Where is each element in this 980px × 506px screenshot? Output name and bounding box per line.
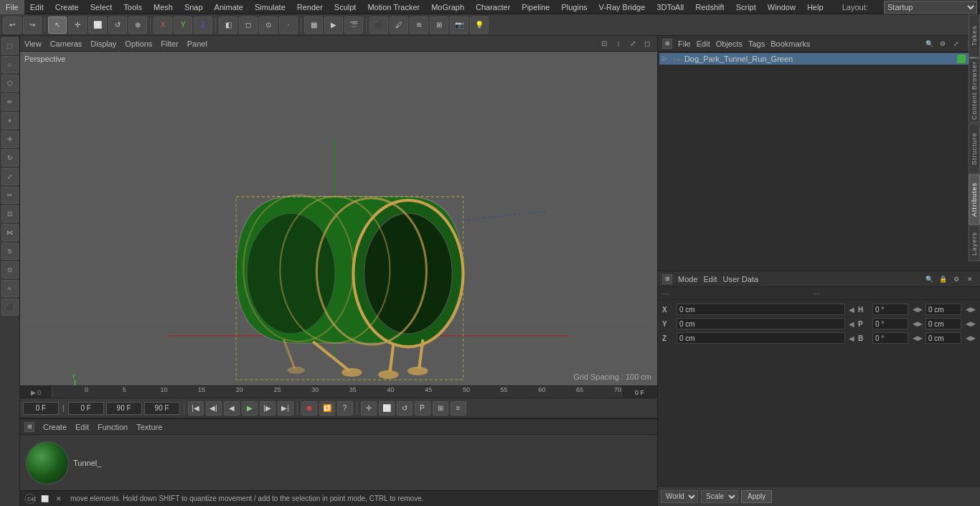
attr-b-input[interactable] [872, 332, 908, 344]
tab-content-browser[interactable]: Content Browser [969, 58, 980, 123]
undo-button[interactable]: ↩ [3, 17, 22, 34]
rotate-tool-button[interactable]: ↺ [108, 17, 127, 34]
play-reverse-button[interactable]: ◀ [224, 401, 240, 416]
universal-tool-button[interactable]: ⊕ [128, 17, 147, 34]
camera-button[interactable]: 📷 [450, 17, 468, 34]
rotate-button[interactable]: ↻ [1, 149, 19, 167]
bridge-button[interactable]: ⋈ [1, 224, 19, 241]
objects-list[interactable]: ▷ Lo Dog_Park_Tunnel_Run_Green [658, 52, 980, 271]
obj-resize-icon[interactable]: ⤢ [951, 38, 962, 50]
menu-window[interactable]: Window [762, 0, 801, 14]
point-mode-button[interactable]: · [279, 17, 298, 34]
light-button[interactable]: 💡 [470, 17, 489, 34]
y-axis-button[interactable]: Y [174, 17, 192, 34]
tab-structure[interactable]: Structure [969, 123, 980, 174]
scale-tool-button[interactable]: ⬜ [88, 17, 107, 34]
status-expand-icon[interactable]: ⬜ [39, 493, 50, 505]
select-freehand-button[interactable]: ✏ [1, 93, 19, 111]
object-row-tunnel[interactable]: ▷ Lo Dog_Park_Tunnel_Run_Green [659, 53, 979, 65]
select-poly-button[interactable]: ⬡ [1, 75, 19, 92]
menu-redshift[interactable]: Redshift [689, 0, 730, 14]
record-button[interactable]: ⏺ [301, 401, 317, 416]
attr-x-rot-input[interactable] [925, 304, 961, 315]
menu-mesh[interactable]: Mesh [148, 0, 179, 14]
tab-takes[interactable]: Takes [969, 14, 980, 57]
viewport-icon-3[interactable]: ⤢ [627, 38, 639, 50]
menu-animate[interactable]: Animate [209, 0, 249, 14]
end-frame-field[interactable] [106, 402, 142, 415]
extrude-button[interactable]: ⊡ [1, 205, 19, 222]
layout-select[interactable]: Startup [884, 1, 977, 14]
menu-plugins[interactable]: Plugins [555, 0, 593, 14]
attr-y-pos-input[interactable] [677, 318, 845, 329]
redo-button[interactable]: ↪ [23, 17, 42, 34]
attr-h-input[interactable] [872, 304, 908, 315]
menu-tools[interactable]: Tools [118, 0, 148, 14]
obj-menu-edit[interactable]: Edit [697, 39, 710, 48]
tab-layers[interactable]: Layers [969, 225, 980, 261]
step-back-button[interactable]: ◀| [206, 401, 222, 416]
select-circle-button[interactable]: ○ [1, 56, 19, 73]
magnet-button[interactable]: ⊙ [1, 261, 19, 278]
menu-vray[interactable]: V-Ray Bridge [593, 0, 651, 14]
step-forward-button[interactable]: |▶ [260, 401, 275, 416]
obj-menu-objects[interactable]: Objects [716, 39, 743, 48]
play-button[interactable]: ▶ [242, 401, 258, 416]
viewport-menu-panel[interactable]: Panel [187, 39, 207, 48]
attr-menu-mode[interactable]: Mode [678, 275, 698, 284]
attr-p-input[interactable] [872, 318, 908, 329]
attr-y-rot-input[interactable] [925, 318, 961, 329]
viewport-menu-options[interactable]: Options [125, 39, 152, 48]
polygon-mode-button[interactable]: ◻ [239, 17, 258, 34]
scale-tool-2-button[interactable]: ⬜ [379, 401, 395, 416]
menu-create[interactable]: Create [50, 0, 85, 14]
go-to-end-button[interactable]: ▶| [278, 401, 293, 416]
timeline[interactable]: ▶ 0 0 5 10 15 20 25 30 35 40 45 50 55 60 [20, 385, 657, 398]
menu-3dtall[interactable]: 3DToAll [651, 0, 689, 14]
move-button[interactable]: ✛ [1, 131, 19, 148]
render-region-button[interactable]: ▦ [304, 17, 323, 34]
menu-motion-tracker[interactable]: Motion Tracker [362, 0, 425, 14]
mirror-button[interactable]: ⬛ [1, 299, 19, 316]
menu-script[interactable]: Script [730, 0, 762, 14]
current-frame-field[interactable] [23, 402, 59, 415]
obj-menu-tags[interactable]: Tags [748, 39, 765, 48]
attr-menu-userdata[interactable]: User Data [723, 275, 759, 284]
render-picture-viewer-button[interactable]: 🎬 [344, 17, 363, 34]
move-tool-button[interactable]: ✛ [68, 17, 87, 34]
mograph-button[interactable]: ⊞ [430, 17, 448, 34]
loop-button[interactable]: 🔁 [319, 401, 335, 416]
mat-menu-function[interactable]: Function [98, 423, 128, 431]
expand-icon[interactable]: ▷ [662, 55, 671, 63]
smooth-button[interactable]: ≈ [1, 280, 19, 297]
object-mode-button[interactable]: ◧ [219, 17, 237, 34]
attr-close-icon[interactable]: ✕ [964, 273, 976, 285]
menu-help[interactable]: Help [801, 0, 829, 14]
cube-button[interactable]: ⬛ [369, 17, 388, 34]
select-tool-button[interactable]: ↖ [48, 17, 67, 34]
attr-x-pos-input[interactable] [677, 304, 845, 315]
grid-button[interactable]: ⊞ [433, 401, 448, 416]
render-view-button[interactable]: ▶ [324, 17, 343, 34]
menu-file[interactable]: File [0, 0, 24, 14]
paint-button[interactable]: S [1, 243, 19, 260]
material-ball[interactable] [26, 441, 69, 484]
viewport-menu-filter[interactable]: Filter [161, 39, 178, 48]
timeline-ruler[interactable]: 0 5 10 15 20 25 30 35 40 45 50 55 60 65 … [52, 386, 657, 398]
x-axis-button[interactable]: X [154, 17, 172, 34]
preview-frame-field[interactable] [144, 402, 180, 415]
play-mode-button[interactable]: P [415, 401, 430, 416]
z-axis-button[interactable]: Z [194, 17, 212, 34]
start-frame-field[interactable] [68, 402, 104, 415]
viewport-menu-display[interactable]: Display [90, 39, 116, 48]
transform-button[interactable]: ⌖ [1, 112, 19, 129]
menu-pipeline[interactable]: Pipeline [516, 0, 555, 14]
object-status-dot[interactable] [957, 55, 966, 63]
edge-mode-button[interactable]: ⊙ [259, 17, 278, 34]
help-button[interactable]: ? [337, 401, 353, 416]
mat-menu-texture[interactable]: Texture [136, 423, 162, 431]
move-tool-2-button[interactable]: ✛ [361, 401, 377, 416]
tab-attributes[interactable]: Attributes [969, 174, 980, 225]
mat-menu-edit[interactable]: Edit [75, 423, 89, 431]
menu-character[interactable]: Character [470, 0, 516, 14]
